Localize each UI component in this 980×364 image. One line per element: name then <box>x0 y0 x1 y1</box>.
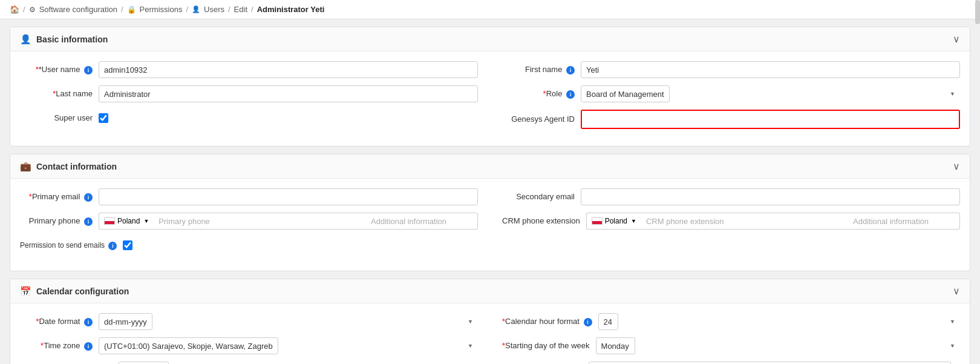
calendar-hour-info-icon[interactable]: i <box>584 318 592 326</box>
secondary-email-row: Secondary email <box>502 188 960 205</box>
basic-information-header[interactable]: 👤 Basic information ∨ <box>10 27 970 51</box>
firstname-label: First name i <box>502 61 581 78</box>
scrollbar-thumb[interactable] <box>975 0 980 24</box>
primary-phone-label: Primary phone i <box>20 213 99 230</box>
permission-email-info-icon[interactable]: i <box>108 242 117 250</box>
username-row: **User name i <box>20 61 478 78</box>
contact-information-header[interactable]: 💼 Contact information ∨ <box>10 154 970 179</box>
breadcrumb-users[interactable]: Users <box>204 5 224 14</box>
calendar-hour-row: *Calendar hour format i 24 <box>502 313 960 330</box>
crm-phone-dropdown-icon: ▼ <box>631 218 636 224</box>
username-input[interactable] <box>99 61 478 78</box>
starting-day-row: *Starting day of the week Monday <box>502 337 960 354</box>
gear-icon: ⚙ <box>29 5 36 14</box>
default-activity-select[interactable]: Meeting <box>589 362 951 364</box>
crm-phone-additional-input[interactable] <box>848 213 960 230</box>
calendar-configuration-header[interactable]: 📅 Calendar configuration ∨ <box>10 279 970 303</box>
role-label: *Role i <box>502 85 581 102</box>
permission-email-label: Permission to send emails i <box>20 237 123 254</box>
person-icon: 👤 <box>20 34 31 45</box>
genesys-label: Genesys Agent ID <box>502 111 581 128</box>
primary-email-input[interactable] <box>99 188 478 205</box>
genesys-input[interactable] <box>582 111 959 128</box>
calendar-configuration-title: 📅 Calendar configuration <box>20 286 129 297</box>
collapse-icon[interactable]: ∨ <box>953 33 960 45</box>
starting-day-select[interactable]: Monday <box>596 337 635 354</box>
primary-phone-input[interactable] <box>154 213 366 230</box>
firstname-info-icon[interactable]: i <box>566 66 575 74</box>
calendar-hour-select[interactable]: 24 <box>598 313 618 330</box>
contact-information-title: 💼 Contact information <box>20 161 117 172</box>
firstname-row: First name i <box>502 61 960 78</box>
role-select-wrapper: Board of Management <box>581 85 960 102</box>
breadcrumb-current: Administrator Yeti <box>257 5 325 14</box>
basic-information-body: **User name i *Last name <box>10 51 970 146</box>
superuser-checkbox[interactable] <box>99 113 108 123</box>
default-calendar-select[interactable]: This month <box>119 362 169 364</box>
breadcrumb-software-config[interactable]: Software configuration <box>39 5 117 14</box>
breadcrumb-permissions[interactable]: Permissions <box>140 5 183 14</box>
home-icon[interactable]: 🏠 <box>10 5 19 14</box>
genesys-field-wrapper <box>581 110 960 129</box>
permission-email-checkbox[interactable] <box>123 240 132 250</box>
firstname-input[interactable] <box>581 61 960 78</box>
primary-phone-group: Poland ▼ <box>99 213 478 230</box>
permission-email-row: Permission to send emails i <box>20 237 478 254</box>
basic-information-title: 👤 Basic information <box>20 34 108 45</box>
primary-email-label: *Primary email i <box>20 188 99 205</box>
default-calendar-select-wrapper: This month <box>119 362 478 364</box>
calendar-configuration-body: *Date format i dd-mm-yyyy <box>10 303 970 364</box>
crm-phone-group: Poland ▼ <box>586 213 960 230</box>
lock-icon: 🔒 <box>127 5 136 14</box>
primary-phone-info-icon[interactable]: i <box>84 217 93 226</box>
genesys-row: Genesys Agent ID <box>502 110 960 129</box>
contact-information-section: 💼 Contact information ∨ *Primary email i <box>10 154 970 271</box>
scrollbar-track <box>975 0 980 364</box>
role-select[interactable]: Board of Management <box>581 85 670 102</box>
username-info-icon[interactable]: i <box>84 66 93 74</box>
calendar-icon: 📅 <box>20 286 31 297</box>
calendar-hour-label: *Calendar hour format i <box>502 313 598 330</box>
calendar-collapse-icon[interactable]: ∨ <box>953 285 960 297</box>
default-activity-row: Default activity type i Meeting ✕ <box>502 362 960 364</box>
default-calendar-label: *Default Calendar view i <box>20 362 119 364</box>
superuser-label: Super user <box>20 110 99 127</box>
primary-email-info-icon[interactable]: i <box>84 193 93 202</box>
timezone-label: *Time zone i <box>20 337 99 354</box>
crm-poland-flag-icon <box>592 217 603 225</box>
primary-phone-country-btn[interactable]: Poland ▼ <box>99 213 154 230</box>
breadcrumb: 🏠 / ⚙ Software configuration / 🔒 Permiss… <box>0 0 980 19</box>
secondary-email-input[interactable] <box>581 188 960 205</box>
timezone-select[interactable]: (UTC+01:00) Sarajevo, Skopje, Warsaw, Za… <box>99 337 278 354</box>
crm-phone-country-label: Poland <box>605 217 627 225</box>
calendar-hour-select-wrapper: 24 <box>598 313 960 330</box>
primary-phone-country-label: Poland <box>117 217 140 225</box>
starting-day-label: *Starting day of the week <box>502 337 596 354</box>
breadcrumb-edit[interactable]: Edit <box>234 5 247 14</box>
primary-email-row: *Primary email i <box>20 188 478 205</box>
lastname-input[interactable] <box>99 85 478 102</box>
timezone-row: *Time zone i (UTC+01:00) Sarajevo, Skopj… <box>20 337 478 354</box>
date-format-select[interactable]: dd-mm-yyyy <box>99 313 152 330</box>
date-format-row: *Date format i dd-mm-yyyy <box>20 313 478 330</box>
poland-flag-icon <box>104 217 115 225</box>
date-format-info-icon[interactable]: i <box>84 318 93 326</box>
primary-phone-row: Primary phone i Poland ▼ <box>20 213 478 230</box>
crm-phone-label: CRM phone extension <box>502 213 586 230</box>
default-activity-label: Default activity type i <box>502 362 589 364</box>
crm-phone-input[interactable] <box>641 213 848 230</box>
lastname-row: *Last name <box>20 85 478 102</box>
timezone-info-icon[interactable]: i <box>84 342 93 351</box>
users-icon: 👤 <box>192 5 200 13</box>
role-info-icon[interactable]: i <box>566 90 575 99</box>
crm-phone-country-btn[interactable]: Poland ▼ <box>586 213 641 230</box>
default-calendar-row: *Default Calendar view i This month <box>20 362 478 364</box>
date-format-label: *Date format i <box>20 313 99 330</box>
primary-phone-additional-input[interactable] <box>366 213 478 230</box>
contact-collapse-icon[interactable]: ∨ <box>953 160 960 172</box>
permission-email-checkbox-wrapper <box>123 240 132 250</box>
starting-day-select-wrapper: Monday <box>596 337 960 354</box>
username-label: **User name i <box>20 61 99 78</box>
calendar-configuration-section: 📅 Calendar configuration ∨ *Date format … <box>10 279 970 364</box>
superuser-row: Super user <box>20 110 478 127</box>
